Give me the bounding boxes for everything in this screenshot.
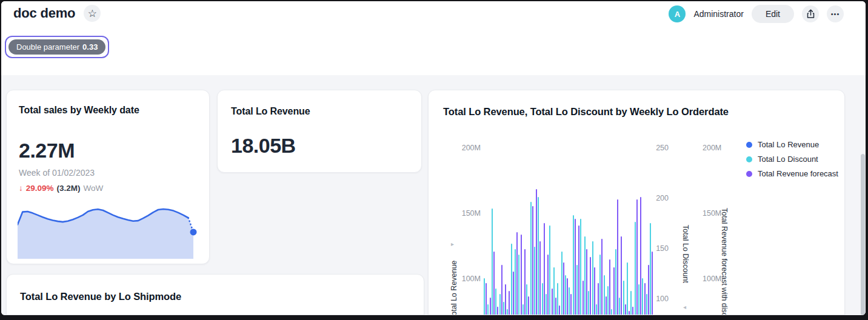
bar[interactable]: [495, 288, 496, 315]
bar[interactable]: [594, 267, 595, 315]
bar[interactable]: [499, 294, 501, 315]
bar[interactable]: [583, 281, 584, 315]
bar[interactable]: [493, 252, 495, 315]
bar[interactable]: [640, 197, 641, 315]
bar[interactable]: [536, 189, 537, 315]
bar[interactable]: [501, 265, 502, 315]
axis-pan-down-icon[interactable]: ◂: [683, 304, 686, 310]
bar[interactable]: [486, 283, 487, 315]
bar[interactable]: [534, 247, 535, 315]
bar[interactable]: [586, 249, 587, 315]
bar[interactable]: [635, 222, 636, 315]
bar[interactable]: [511, 244, 512, 315]
bar[interactable]: [573, 215, 574, 315]
bar[interactable]: [492, 208, 493, 315]
bar[interactable]: [646, 294, 647, 315]
bar[interactable]: [575, 219, 576, 315]
bar[interactable]: [490, 298, 491, 315]
bar[interactable]: [584, 236, 586, 315]
bar[interactable]: [522, 304, 524, 315]
bar[interactable]: [530, 202, 532, 315]
axis-pan-up-icon[interactable]: ▸: [451, 241, 454, 247]
bar[interactable]: [615, 249, 616, 315]
parameter-chip[interactable]: Double parameter 0.33: [5, 36, 109, 58]
bar[interactable]: [563, 262, 564, 315]
bar[interactable]: [629, 311, 630, 315]
bar[interactable]: [507, 309, 508, 315]
bar[interactable]: [539, 241, 541, 315]
bar[interactable]: [547, 255, 549, 315]
bar[interactable]: [570, 294, 572, 315]
bar[interactable]: [652, 252, 653, 315]
bar[interactable]: [630, 291, 632, 315]
sparkline-chart[interactable]: [18, 203, 199, 259]
bar[interactable]: [528, 296, 529, 315]
bar[interactable]: [632, 307, 633, 315]
bar[interactable]: [592, 241, 593, 315]
bar[interactable]: [636, 199, 638, 315]
bar[interactable]: [544, 223, 545, 315]
bar[interactable]: [623, 281, 624, 315]
bar[interactable]: [561, 252, 563, 315]
more-button[interactable]: •••: [827, 5, 844, 22]
bar[interactable]: [497, 307, 498, 315]
bar[interactable]: [650, 223, 651, 315]
bar[interactable]: [627, 262, 628, 315]
bar[interactable]: [526, 284, 527, 315]
share-button[interactable]: [802, 5, 819, 22]
bar[interactable]: [607, 286, 609, 315]
bar[interactable]: [619, 298, 620, 315]
bar[interactable]: [606, 296, 607, 315]
bar[interactable]: [516, 232, 518, 315]
bar[interactable]: [601, 239, 603, 315]
bar[interactable]: [538, 197, 539, 315]
bar[interactable]: [611, 309, 612, 315]
bar[interactable]: [590, 257, 591, 315]
legend-item[interactable]: Total Lo Revenue: [746, 140, 838, 149]
sparkline-end-dot[interactable]: [190, 228, 197, 235]
bar[interactable]: [505, 284, 506, 315]
edit-button[interactable]: Edit: [752, 5, 794, 23]
legend-item[interactable]: Total Revenue forecast: [746, 169, 838, 178]
bar[interactable]: [578, 225, 579, 315]
bar[interactable]: [555, 298, 556, 315]
bar[interactable]: [546, 294, 547, 315]
bar[interactable]: [617, 199, 618, 315]
favorite-button[interactable]: ☆: [84, 5, 101, 22]
bar[interactable]: [604, 275, 605, 315]
bar[interactable]: [609, 259, 610, 315]
bar[interactable]: [576, 265, 578, 315]
bar[interactable]: [638, 284, 639, 315]
bar[interactable]: [509, 291, 510, 315]
bar[interactable]: [598, 283, 599, 315]
bar[interactable]: [513, 272, 514, 315]
bar[interactable]: [621, 236, 622, 315]
bar[interactable]: [557, 283, 558, 315]
bar[interactable]: [553, 267, 555, 315]
bar[interactable]: [644, 283, 646, 315]
bar[interactable]: [524, 249, 526, 315]
bar[interactable]: [569, 287, 570, 315]
bar[interactable]: [588, 291, 589, 315]
bar[interactable]: [487, 304, 489, 315]
legend-item[interactable]: Total Lo Discount: [746, 155, 838, 164]
bar[interactable]: [484, 278, 485, 315]
bar[interactable]: [599, 255, 601, 315]
bar[interactable]: [559, 305, 560, 315]
bar[interactable]: [503, 302, 504, 315]
bar[interactable]: [625, 304, 626, 315]
bar[interactable]: [596, 304, 597, 315]
bar[interactable]: [532, 206, 533, 315]
avatar[interactable]: A: [669, 5, 686, 22]
bar[interactable]: [642, 278, 643, 315]
bar[interactable]: [613, 267, 615, 315]
bar[interactable]: [515, 249, 516, 315]
bar[interactable]: [648, 265, 649, 315]
bar[interactable]: [549, 225, 550, 315]
bar[interactable]: [567, 278, 568, 315]
bar[interactable]: [580, 219, 581, 315]
bar[interactable]: [518, 255, 519, 315]
bar[interactable]: [565, 275, 566, 315]
vertical-scrollbar[interactable]: [861, 154, 865, 315]
bar[interactable]: [521, 235, 522, 315]
